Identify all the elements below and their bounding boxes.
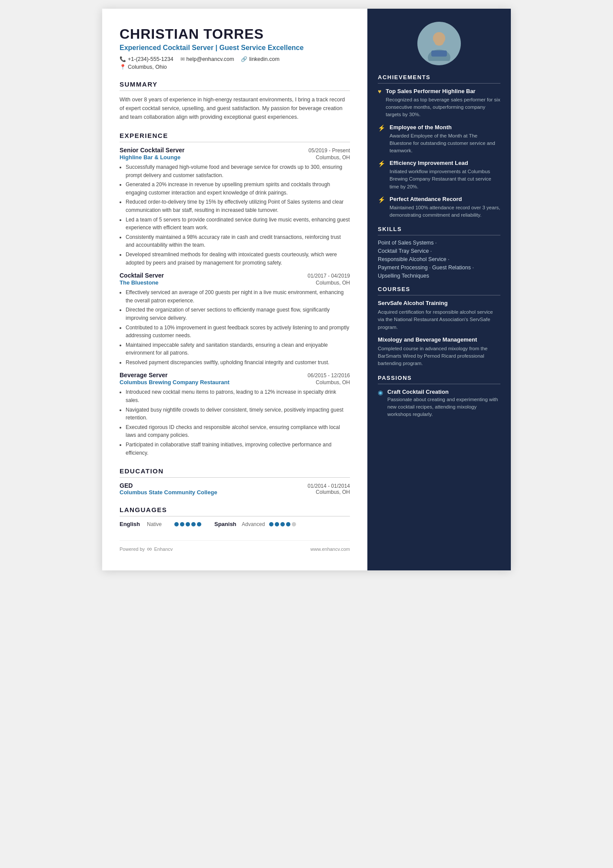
powered-by-text: Powered by xyxy=(120,546,145,552)
contact-row: 📞 +1-(234)-555-1234 ✉ help@enhancv.com 🔗… xyxy=(120,56,350,62)
achievement-3-title: Efficiency Improvement Lead xyxy=(390,160,500,167)
passion-1: ◉ Craft Cocktail Creation Passionate abo… xyxy=(378,389,500,419)
edu-1-header: GED 01/2014 - 01/2014 xyxy=(120,482,350,489)
brand-name: Enhancv xyxy=(154,546,173,552)
job-2-location: Columbus, OH xyxy=(316,280,350,286)
languages-title: LANGUAGES xyxy=(120,506,350,513)
location-text: Columbus, Ohio xyxy=(128,64,167,70)
dot xyxy=(286,522,290,526)
list-item: Navigated busy nightlife crowds to deliv… xyxy=(126,406,350,422)
location-icon: 📍 xyxy=(120,64,126,70)
dot-empty xyxy=(292,522,296,526)
list-item: Developed streamlined methods for dealin… xyxy=(126,251,350,267)
enhancv-logo-icon: ∞ xyxy=(147,545,152,553)
education-divider xyxy=(120,477,350,478)
achievement-4: ⚡ Perfect Attendance Record Maintained 1… xyxy=(378,196,500,219)
location-row: 📍 Columbus, Ohio xyxy=(120,64,350,70)
bolt-icon-3: ⚡ xyxy=(378,160,385,168)
languages-divider xyxy=(120,516,350,516)
list-item: Reduced order-to-delivery time by 15% by… xyxy=(126,198,350,214)
dot xyxy=(174,522,179,526)
course-2: Mixology and Beverage Management Complet… xyxy=(378,336,500,368)
right-column: ACHIEVEMENTS ♥ Top Sales Performer Highl… xyxy=(367,9,511,570)
language-spanish: Spanish Advanced xyxy=(214,521,296,527)
job-2: Cocktail Server 01/2017 - 04/2019 The Bl… xyxy=(120,272,350,366)
achievements-section: ACHIEVEMENTS ♥ Top Sales Performer Highl… xyxy=(378,74,500,219)
achievement-2: ⚡ Employee of the Month Awarded Employee… xyxy=(378,124,500,155)
achievement-1: ♥ Top Sales Performer Highline Bar Recog… xyxy=(378,88,500,119)
edu-1-location: Columbus, OH xyxy=(316,489,350,496)
phone-number: +1-(234)-555-1234 xyxy=(128,56,173,62)
dot xyxy=(186,522,190,526)
lang-english-level: Native xyxy=(147,521,171,527)
dot xyxy=(191,522,196,526)
passions-section: PASSIONS ◉ Craft Cocktail Creation Passi… xyxy=(378,375,500,419)
left-column: CHRISTIAN TORRES Experienced Cocktail Se… xyxy=(102,9,367,570)
job-3-bullets: Introduced new cocktail menu items to pa… xyxy=(120,388,350,457)
job-2-title: Cocktail Server xyxy=(120,272,164,279)
achievement-1-title: Top Sales Performer Highline Bar xyxy=(386,88,500,95)
summary-divider xyxy=(120,90,350,91)
list-item: Effectively serviced an average of 200 g… xyxy=(126,288,350,305)
lang-english-dots xyxy=(174,522,201,526)
courses-divider xyxy=(378,295,500,295)
skill-5: Upselling Techniques xyxy=(378,273,500,279)
heart-icon: ♥ xyxy=(378,88,381,95)
passion-1-text: Craft Cocktail Creation Passionate about… xyxy=(387,389,500,419)
achievement-1-text: Top Sales Performer Highline Bar Recogni… xyxy=(386,88,500,119)
candidate-name: CHRISTIAN TORRES xyxy=(120,26,350,42)
list-item: Introduced new cocktail menu items to pa… xyxy=(126,388,350,404)
footer: Powered by ∞ Enhancv www.enhancv.com xyxy=(120,540,350,553)
linkedin-url: linkedin.com xyxy=(249,56,279,62)
lang-spanish-dots xyxy=(269,522,296,526)
achievement-4-text: Perfect Attendance Record Maintained 100… xyxy=(390,196,500,219)
skill-1: Point of Sales Systems · xyxy=(378,240,500,246)
experience-title: EXPERIENCE xyxy=(120,132,350,139)
edu-1-degree: GED xyxy=(120,482,133,489)
passion-icon: ◉ xyxy=(378,389,383,396)
job-3-dates: 06/2015 - 12/2016 xyxy=(308,372,350,379)
achievement-3-text: Efficiency Improvement Lead Initiated wo… xyxy=(390,160,500,191)
achievement-1-desc: Recognized as top beverage sales perform… xyxy=(386,96,500,119)
skill-2: Cocktail Tray Service · xyxy=(378,248,500,254)
edu-item-1: GED 01/2014 - 01/2014 Columbus State Com… xyxy=(120,482,350,496)
linkedin-contact: 🔗 linkedin.com xyxy=(241,56,279,62)
bolt-icon-2: ⚡ xyxy=(378,124,385,132)
footer-website: www.enhancv.com xyxy=(310,546,350,552)
achievement-4-title: Perfect Attendance Record xyxy=(390,196,500,203)
passions-title: PASSIONS xyxy=(378,375,500,381)
edu-1-dates: 01/2014 - 01/2014 xyxy=(308,483,350,489)
course-2-desc: Completed course in advanced mixology fr… xyxy=(378,345,500,368)
job-1-dates: 05/2019 - Present xyxy=(309,147,350,154)
summary-title: SUMMARY xyxy=(120,80,350,88)
skills-section: SKILLS Point of Sales Systems · Cocktail… xyxy=(378,226,500,279)
lang-spanish-level: Advanced xyxy=(242,521,266,527)
dot xyxy=(269,522,273,526)
summary-text: With over 8 years of experience in high-… xyxy=(120,95,350,121)
passion-1-desc: Passionate about creating and experiment… xyxy=(387,396,500,419)
dot xyxy=(180,522,184,526)
job-2-header: Cocktail Server 01/2017 - 04/2019 xyxy=(120,272,350,279)
job-3-location: Columbus, OH xyxy=(316,379,350,385)
course-2-title: Mixology and Beverage Management xyxy=(378,336,500,344)
avatar xyxy=(417,22,461,65)
job-2-company: The Bluestone xyxy=(120,279,159,286)
powered-by: Powered by ∞ Enhancv xyxy=(120,545,173,553)
skills-divider xyxy=(378,235,500,235)
list-item: Directed the organization of server sect… xyxy=(126,306,350,322)
job-1: Senior Cocktail Server 05/2019 - Present… xyxy=(120,147,350,267)
list-item: Executed rigorous ID checks and responsi… xyxy=(126,423,350,439)
achievement-2-desc: Awarded Employee of the Month at The Blu… xyxy=(390,132,500,155)
course-1-title: ServSafe Alcohol Training xyxy=(378,300,500,307)
passions-divider xyxy=(378,384,500,384)
skills-title: SKILLS xyxy=(378,226,500,232)
dot xyxy=(280,522,285,526)
summary-section: SUMMARY With over 8 years of experience … xyxy=(120,80,350,121)
achievement-3-desc: Initiated workflow improvements at Colum… xyxy=(390,168,500,191)
resume-wrapper: CHRISTIAN TORRES Experienced Cocktail Se… xyxy=(102,9,511,570)
phone-contact: 📞 +1-(234)-555-1234 xyxy=(120,56,173,62)
job-2-company-row: The Bluestone Columbus, OH xyxy=(120,279,350,286)
list-item: Maintained impeccable safety and sanitat… xyxy=(126,341,350,357)
skill-4: Payment Processing · Guest Relations · xyxy=(378,265,500,271)
job-1-company: Highline Bar & Lounge xyxy=(120,154,180,161)
